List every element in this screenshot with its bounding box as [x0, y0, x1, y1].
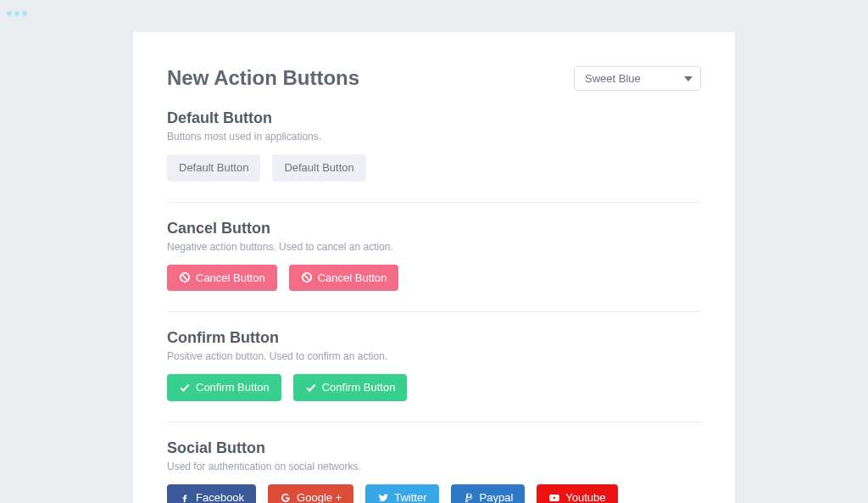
theme-select-wrap[interactable]: Sweet Blue — [574, 66, 701, 91]
confirm-button[interactable]: Confirm Button — [293, 374, 408, 401]
facebook-button[interactable]: Facebook — [167, 484, 256, 503]
button-label: Default Button — [284, 161, 353, 175]
section-cancel-title: Cancel Button — [167, 220, 701, 238]
button-label: Facebook — [196, 491, 244, 503]
section-social: Social Button Used for authentication on… — [167, 439, 701, 503]
twitter-icon — [377, 492, 389, 503]
ban-icon — [179, 271, 191, 283]
cancel-button[interactable]: Cancel Button — [167, 265, 277, 292]
ban-icon — [301, 271, 313, 283]
default-button[interactable]: Default Button — [167, 154, 260, 182]
page-title: New Action Buttons — [167, 66, 359, 90]
google-button[interactable]: Google + — [268, 484, 353, 503]
confirm-button[interactable]: Confirm Button — [167, 374, 281, 401]
facebook-icon — [179, 492, 191, 503]
section-confirm-title: Confirm Button — [167, 329, 701, 347]
youtube-button[interactable]: Youtube — [537, 484, 617, 503]
section-confirm: Confirm Button Positive action button. U… — [167, 329, 701, 422]
cancel-button[interactable]: Cancel Button — [289, 265, 399, 292]
default-button[interactable]: Default Button — [272, 154, 365, 182]
button-label: Confirm Button — [196, 381, 270, 394]
button-label: Paypal — [480, 491, 514, 503]
section-cancel-desc: Negative action buttons. Used to cancel … — [167, 241, 701, 253]
button-label: Cancel Button — [318, 271, 387, 285]
window-dots — [0, 0, 868, 24]
google-icon — [280, 492, 292, 503]
button-label: Cancel Button — [196, 271, 265, 285]
button-label: Google + — [297, 491, 342, 503]
button-label: Twitter — [394, 491, 426, 503]
button-label: Youtube — [565, 491, 605, 503]
main-card: New Action Buttons Sweet Blue Default Bu… — [133, 32, 735, 503]
theme-select[interactable]: Sweet Blue — [574, 66, 701, 91]
section-cancel: Cancel Button Negative action buttons. U… — [167, 220, 701, 313]
button-label: Confirm Button — [322, 381, 396, 394]
check-icon — [305, 382, 317, 394]
section-social-desc: Used for authentication on social networ… — [167, 461, 701, 472]
svg-line-1 — [182, 275, 188, 281]
section-social-title: Social Button — [167, 439, 701, 457]
section-confirm-desc: Positive action button. Used to confirm … — [167, 350, 701, 362]
svg-line-3 — [303, 275, 309, 281]
section-default-title: Default Button — [167, 109, 701, 127]
check-icon — [179, 382, 191, 394]
section-default: Default Button Buttons most used in appl… — [167, 109, 701, 203]
youtube-icon — [548, 492, 560, 503]
button-label: Default Button — [179, 161, 248, 175]
section-default-desc: Buttons most used in applications. — [167, 131, 701, 143]
twitter-button[interactable]: Twitter — [365, 484, 438, 503]
paypal-icon — [463, 492, 475, 503]
paypal-button[interactable]: Paypal — [451, 484, 526, 503]
